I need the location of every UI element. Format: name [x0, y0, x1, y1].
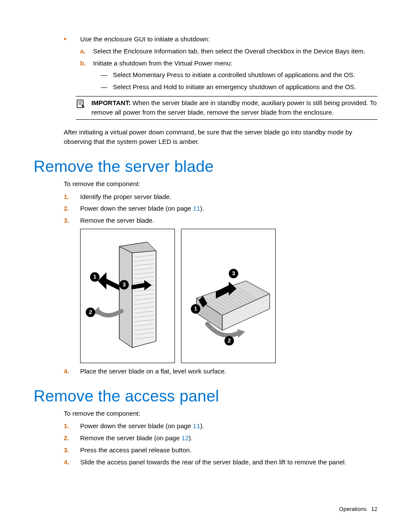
- dash-item: Select Press and Hold to initiate an eme…: [101, 82, 377, 92]
- step-marker: 1.: [64, 421, 69, 431]
- gui-shutdown-bullet: Use the enclosure GUI to initiate a shut…: [64, 34, 377, 92]
- page-content: Use the enclosure GUI to initiate a shut…: [0, 0, 411, 491]
- alpha-marker: a.: [80, 47, 86, 56]
- callout-2: 2: [224, 336, 234, 345]
- heading-remove-server-blade: Remove the server blade: [34, 158, 377, 176]
- remove-panel-intro: To remove the component:: [64, 409, 377, 418]
- important-text: When the server blade are in standby mod…: [91, 99, 377, 116]
- step-text: ).: [200, 422, 204, 429]
- step-text: Remove the server blade (on page: [80, 434, 181, 442]
- after-note-paragraph: After initiating a virtual power down co…: [64, 128, 377, 146]
- callout-2: 2: [86, 308, 95, 317]
- page-link[interactable]: 11: [193, 422, 200, 429]
- remove-panel-steps: 1.Power down the server blade (on page 1…: [64, 421, 377, 467]
- step-marker: 3.: [64, 445, 69, 455]
- figure-row: 1 2 3: [80, 229, 377, 363]
- step-text: Place the server blade on a flat, level …: [80, 367, 226, 375]
- step-item: 1.Power down the server blade (on page 1…: [64, 421, 377, 431]
- alpha-marker: b.: [80, 59, 86, 68]
- dash-sublist: Select Momentary Press to initiate a con…: [101, 70, 377, 92]
- bullet-text: Use the enclosure GUI to initiate a shut…: [80, 35, 210, 43]
- remove-blade-intro: To remove the component:: [64, 179, 377, 189]
- bullet-item: Use the enclosure GUI to initiate a shut…: [64, 34, 377, 92]
- page-link[interactable]: 11: [193, 205, 200, 212]
- step-item: 3.Press the access panel release button.: [64, 445, 377, 455]
- step-item: 1.Identify the proper server blade.: [64, 192, 377, 202]
- step-marker: 2.: [64, 204, 69, 213]
- step-text: Power down the server blade (on page: [80, 422, 193, 429]
- alpha-item-b: b. Initiate a shutdown from the Virtual …: [80, 59, 377, 92]
- alpha-item-a: a. Select the Enclosure Information tab,…: [80, 47, 377, 56]
- note-body: IMPORTANT: When the server blade are in …: [91, 98, 377, 117]
- remove-blade-steps-cont: 4.Place the server blade on a flat, leve…: [64, 367, 377, 376]
- callout-3: 3: [119, 280, 129, 289]
- figure-blade-horizontal: 3 1 2: [181, 229, 276, 363]
- step-marker: 4.: [64, 457, 69, 467]
- callout-1: 1: [90, 272, 100, 282]
- step-marker: 2.: [64, 433, 69, 443]
- page-link[interactable]: 12: [181, 434, 189, 442]
- figure-blade-vertical: 1 2 3: [80, 229, 175, 363]
- step-item: 4.Place the server blade on a flat, leve…: [64, 367, 377, 376]
- footer-section: Operations: [339, 506, 367, 512]
- svg-marker-36: [237, 329, 245, 338]
- step-item: 2.Power down the server blade (on page 1…: [64, 204, 377, 213]
- alpha-text: Select the Enclosure Information tab, th…: [93, 47, 365, 55]
- step-text: Identify the proper server blade.: [80, 193, 171, 200]
- svg-marker-22: [98, 272, 119, 290]
- step-text: ).: [189, 434, 193, 442]
- step-marker: 4.: [64, 367, 69, 376]
- step-text: Press the access panel release button.: [80, 446, 192, 454]
- step-item: 3.Remove the server blade.: [64, 216, 377, 225]
- callout-3: 3: [229, 269, 238, 278]
- step-item: 4.Slide the access panel towards the rea…: [64, 457, 377, 467]
- alpha-sublist: a. Select the Enclosure Information tab,…: [80, 47, 377, 92]
- step-item: 2.Remove the server blade (on page 12).: [64, 433, 377, 443]
- important-label: IMPORTANT:: [91, 99, 131, 106]
- step-text: Slide the access panel towards the rear …: [80, 458, 346, 466]
- important-note: IMPORTANT: When the server blade are in …: [76, 96, 377, 120]
- svg-rect-0: [77, 100, 83, 108]
- blade-vertical-svg: [81, 229, 174, 363]
- alpha-text: Initiate a shutdown from the Virtual Pow…: [93, 59, 232, 67]
- step-text: Remove the server blade.: [80, 217, 154, 224]
- step-marker: 1.: [64, 192, 69, 202]
- footer-page-number: 12: [371, 506, 377, 512]
- heading-remove-access-panel: Remove the access panel: [34, 387, 377, 405]
- remove-blade-steps: 1.Identify the proper server blade. 2.Po…: [64, 192, 377, 225]
- step-text: Power down the server blade (on page: [80, 205, 193, 212]
- step-marker: 3.: [64, 216, 69, 225]
- step-text: ).: [200, 205, 204, 212]
- callout-1: 1: [191, 304, 200, 314]
- dash-item: Select Momentary Press to initiate a con…: [101, 70, 377, 80]
- note-icon: [76, 98, 91, 117]
- page-footer: Operations 12: [339, 506, 377, 512]
